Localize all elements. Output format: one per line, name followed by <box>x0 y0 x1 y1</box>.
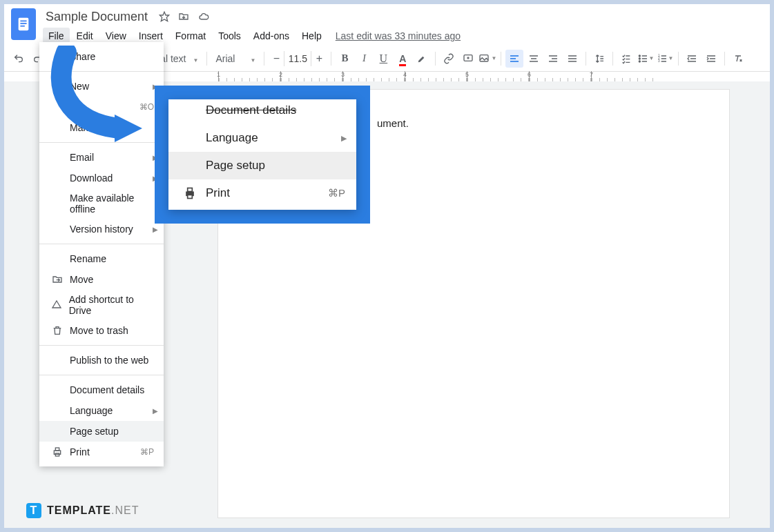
move-icon <box>49 274 66 285</box>
title-area: Sample Document File Edit View Insert Fo… <box>43 8 763 46</box>
bold-button[interactable]: B <box>336 50 354 68</box>
trash-icon <box>49 325 66 336</box>
watermark: T TEMPLATE.NET <box>26 503 139 518</box>
file-open[interactable]: en⌘O <box>39 97 164 117</box>
callout-language[interactable]: Language▶ <box>168 124 356 152</box>
app-window: Sample Document File Edit View Insert Fo… <box>4 4 770 528</box>
last-edit-link[interactable]: Last edit was 33 minutes ago <box>336 30 461 41</box>
callout-page-setup[interactable]: Page setup <box>168 152 356 179</box>
ruler-tick: 6 <box>528 71 531 78</box>
watermark-logo-icon: T <box>26 503 41 518</box>
file-publish[interactable]: Publish to the web <box>39 350 164 371</box>
font-size-value[interactable]: 11.5 <box>284 51 311 66</box>
svg-rect-19 <box>188 188 193 192</box>
cloud-status-icon[interactable] <box>197 11 210 22</box>
svg-rect-3 <box>20 26 24 27</box>
file-move[interactable]: Move <box>39 269 164 290</box>
decrease-indent-button[interactable] <box>683 50 701 68</box>
svg-point-8 <box>639 58 641 59</box>
svg-text:3: 3 <box>658 59 660 63</box>
file-menu-dropdown: Share New▶ en⌘O Make y Email▶ Download▶ … <box>39 42 164 466</box>
callout-details[interactable]: Document details <box>168 102 356 124</box>
ruler-tick: 5 <box>465 71 469 78</box>
file-print[interactable]: Print⌘P <box>39 442 164 462</box>
drive-shortcut-icon <box>49 299 65 311</box>
font-size-decrease[interactable]: − <box>269 52 284 65</box>
text-color-button[interactable]: A <box>394 50 412 68</box>
svg-point-7 <box>639 55 641 57</box>
add-comment-button[interactable] <box>459 50 477 68</box>
clear-formatting-button[interactable] <box>729 50 747 68</box>
file-new[interactable]: New▶ <box>39 76 164 97</box>
svg-marker-4 <box>159 12 168 21</box>
align-justify-button[interactable] <box>563 50 581 68</box>
font-size-control: − 11.5 + <box>269 51 327 66</box>
print-icon <box>49 446 66 457</box>
menu-help[interactable]: Help <box>296 28 327 44</box>
align-right-button[interactable] <box>544 50 562 68</box>
file-share[interactable]: Share <box>39 46 164 67</box>
svg-point-9 <box>639 61 641 62</box>
menu-tools[interactable]: Tools <box>213 28 246 44</box>
ruler-tick: 1 <box>217 71 220 78</box>
file-rename[interactable]: Rename <box>39 248 164 269</box>
file-download[interactable]: Download▶ <box>39 168 164 188</box>
insert-image-button[interactable]: ▼ <box>478 50 496 68</box>
ruler-tick: 7 <box>590 71 593 78</box>
file-page-setup[interactable]: Page setup <box>39 421 164 442</box>
numbered-list-button[interactable]: 123▼ <box>656 50 674 68</box>
file-trash[interactable]: Move to trash <box>39 320 164 341</box>
highlight-button[interactable] <box>413 50 431 68</box>
align-left-button[interactable] <box>505 50 523 68</box>
file-make-copy[interactable]: Make y <box>39 117 164 138</box>
undo-button[interactable] <box>10 50 28 68</box>
ruler-tick: 4 <box>403 71 407 78</box>
star-icon[interactable] <box>159 11 170 22</box>
callout-box: Document details Language▶ Page setup Pr… <box>155 86 370 224</box>
document-title[interactable]: Sample Document <box>43 8 151 26</box>
increase-indent-button[interactable] <box>702 50 720 68</box>
file-version-history[interactable]: Version history▶ <box>39 219 164 239</box>
header: Sample Document File Edit View Insert Fo… <box>4 4 770 46</box>
file-add-shortcut[interactable]: Add shortcut to Drive <box>39 290 164 320</box>
watermark-suffix: .NET <box>111 504 139 516</box>
italic-button[interactable]: I <box>355 50 373 68</box>
font-size-increase[interactable]: + <box>311 52 327 65</box>
document-text: ument. <box>377 117 409 129</box>
callout-print[interactable]: Print⌘P <box>168 179 356 207</box>
file-email[interactable]: Email▶ <box>39 147 164 168</box>
print-icon <box>180 186 200 200</box>
svg-rect-1 <box>20 21 26 22</box>
move-folder-icon[interactable] <box>178 11 189 22</box>
menu-addons[interactable]: Add-ons <box>248 28 295 44</box>
line-spacing-button[interactable] <box>590 50 608 68</box>
watermark-brand: TEMPLATE <box>47 504 111 516</box>
file-details[interactable]: Document details <box>39 380 164 400</box>
file-offline[interactable]: Make available offline <box>39 188 164 219</box>
menu-format[interactable]: Format <box>170 28 211 44</box>
align-center-button[interactable] <box>525 50 543 68</box>
ruler-tick: 2 <box>279 71 282 78</box>
bulleted-list-button[interactable]: ▼ <box>637 50 655 68</box>
svg-rect-2 <box>20 23 26 24</box>
font-label: Arial <box>215 53 235 64</box>
file-language[interactable]: Language▶ <box>39 400 164 421</box>
insert-link-button[interactable] <box>440 50 458 68</box>
svg-rect-15 <box>55 448 59 451</box>
ruler-tick: 3 <box>341 71 345 78</box>
checklist-button[interactable] <box>617 50 635 68</box>
underline-button[interactable]: U <box>374 50 392 68</box>
docs-logo-icon[interactable] <box>11 8 36 40</box>
font-select[interactable]: Arial <box>211 53 260 64</box>
svg-rect-20 <box>188 195 193 199</box>
